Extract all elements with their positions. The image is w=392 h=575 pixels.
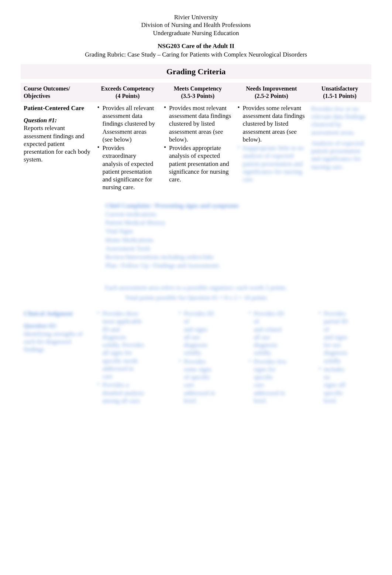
- cell-meets: Provides most relevant assessment data f…: [161, 102, 235, 194]
- list-item: Provides extraordinary analysis of expec…: [97, 144, 158, 191]
- question-label: Question #1:: [24, 116, 92, 124]
- cell-unsatisfactory: Provides few or no relevant data finding…: [308, 102, 371, 194]
- cell-objectives: Patient-Centered Care Question #1: Repor…: [21, 102, 94, 194]
- cell-needs-2: Provides ID of and related all use diagn…: [235, 307, 309, 408]
- list-item: Provides all relevant assessment data fi…: [97, 104, 158, 143]
- blurred-list-item: Inappropriate little to no analysis of e…: [238, 144, 306, 183]
- page: Rivier University Division of Nursing an…: [0, 0, 392, 428]
- table-header-row: Course Outcomes/ Objectives Exceeds Comp…: [21, 83, 371, 102]
- assessment-areas-block: Chief Complaint / Presenting signs and s…: [97, 202, 369, 270]
- blurred-list-item: Provides three most applicable ID and di…: [97, 310, 158, 380]
- blurred-content: Provides few or no relevant data finding…: [311, 105, 368, 171]
- table-row: Clinical Judgment Question #2: Identifyi…: [21, 307, 371, 408]
- col-header-needs: Needs Improvement(2.5-2 Points): [235, 83, 309, 102]
- blurred-list-item: Provides some signs of specific care add…: [179, 358, 232, 405]
- objective-title: Patient-Centered Care: [24, 104, 92, 112]
- document-header: Rivier University Division of Nursing an…: [21, 13, 371, 37]
- list-item: Provides some relevant assessment data f…: [238, 104, 306, 143]
- blurred-list-item: Provides few signs for specific care add…: [249, 358, 306, 405]
- assessment-areas-row: Chief Complaint / Presenting signs and s…: [21, 194, 371, 273]
- col-header-exceeds: Exceeds Competency(4 Points): [94, 83, 161, 102]
- header-line-1: Rivier University: [21, 13, 371, 21]
- rubric-subtitle: Grading Rubric: Case Study – Caring for …: [21, 51, 371, 58]
- list-item: Provides most relevant assessment data f…: [164, 104, 232, 143]
- blurred-list-item: Provides a detailed analysis among all c…: [97, 381, 158, 405]
- course-title: NSG203 Care of the Adult II: [21, 42, 371, 50]
- header-line-2: Division of Nursing and Health Professio…: [21, 21, 371, 29]
- rubric-table: Course Outcomes/ Objectives Exceeds Comp…: [21, 83, 371, 408]
- cell-objectives-2: Clinical Judgment Question #2: Identifyi…: [21, 307, 94, 408]
- header-line-3: Undergraduate Nursing Education: [21, 29, 371, 37]
- cell-meets-2: Provides ID of and signs all use diagnos…: [161, 307, 235, 408]
- objective-text: Reports relevant assessment findings and…: [24, 124, 92, 163]
- col-header-objectives: Course Outcomes/ Objectives: [21, 83, 94, 102]
- blurred-list-item: Provides partial ID of and signs for use…: [319, 310, 368, 365]
- notes-row: Each assessment area refers to a possibl…: [21, 273, 371, 308]
- cell-exceeds: Provides all relevant assessment data fi…: [94, 102, 161, 194]
- cell-needs: Provides some relevant assessment data f…: [235, 102, 309, 194]
- blurred-list-item: Provides ID of and related all use diagn…: [249, 310, 306, 357]
- col-header-meets: Meets Competency(3.5-3 Points): [161, 83, 235, 102]
- cell-exceeds-2: Provides three most applicable ID and di…: [94, 307, 161, 408]
- table-row: Patient-Centered Care Question #1: Repor…: [21, 102, 371, 194]
- list-item: Provides appropriate analysis of expecte…: [164, 144, 232, 183]
- grading-criteria-heading: Grading Criteria: [21, 64, 371, 79]
- blurred-objective: Clinical Judgment Question #2: Identifyi…: [24, 310, 92, 353]
- blurred-list-item: includes no signs off specific brief.: [319, 365, 368, 405]
- cell-unsatisfactory-2: Provides partial ID of and signs for use…: [308, 307, 371, 408]
- col-header-unsatisfactory: Unsatisfactory(1.5-1 Points): [308, 83, 371, 102]
- blurred-list-item: Provides ID of and signs all use diagnos…: [179, 310, 232, 357]
- notes-block: Each assessment area refers to a possibl…: [58, 284, 334, 302]
